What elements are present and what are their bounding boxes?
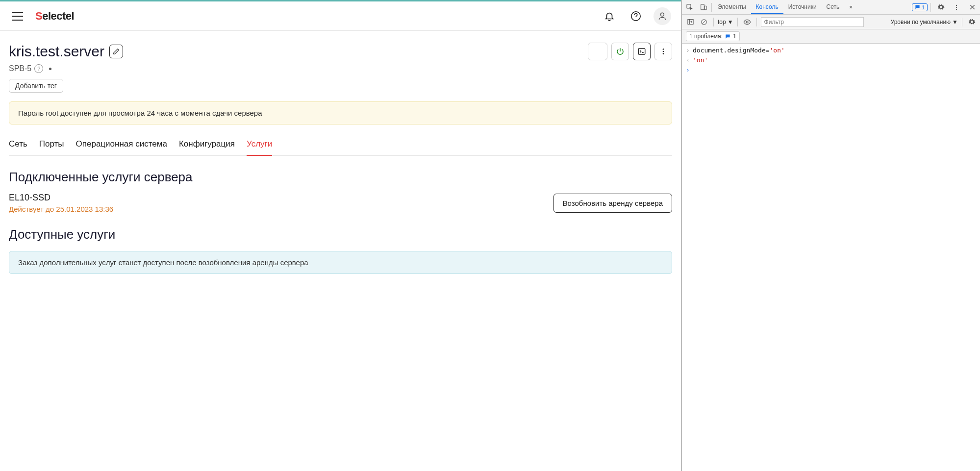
issues-badge[interactable]: 1 (912, 3, 928, 11)
svg-point-1 (661, 13, 664, 16)
context-value: top (718, 19, 726, 25)
live-expression-button[interactable] (742, 17, 753, 27)
svg-point-5 (663, 53, 664, 54)
power-icon (616, 47, 625, 56)
console-settings-button[interactable] (966, 17, 977, 27)
logo[interactable]: Selectel (35, 10, 74, 23)
console-output[interactable]: › document.designMode='on' ‹ 'on' › (682, 44, 980, 471)
console-input-code: document.designMode= (693, 47, 770, 54)
console-sidebar-toggle[interactable] (685, 17, 696, 27)
clear-console-button[interactable] (699, 17, 709, 27)
devtools-tab-network[interactable]: Сеть (822, 0, 845, 14)
add-tag-button[interactable]: Добавить тег (9, 79, 63, 93)
message-icon (725, 34, 730, 39)
log-levels-selector[interactable]: Уровни по умолчанию ▼ (891, 19, 958, 25)
renew-server-button[interactable]: Возобновить аренду сервера (553, 194, 672, 213)
chevron-down-icon: ▼ (728, 19, 733, 25)
status-button[interactable] (588, 43, 607, 60)
message-icon (915, 4, 920, 10)
status-dot-icon (49, 68, 51, 70)
prompt-arrow-icon: › (686, 66, 693, 74)
devtools-tab-sources[interactable]: Источники (783, 0, 822, 14)
devtools-tab-console[interactable]: Консоль (751, 0, 783, 14)
issues-count: 1 (922, 4, 925, 10)
location-label: SPB-5 (9, 64, 31, 73)
svg-rect-2 (638, 49, 645, 54)
terminal-icon (637, 47, 646, 56)
inspect-icon (686, 3, 694, 11)
more-button[interactable] (654, 43, 672, 60)
clear-icon (701, 19, 707, 25)
svg-point-14 (746, 21, 748, 23)
device-toggle-button[interactable] (697, 0, 710, 14)
power-button[interactable] (611, 43, 629, 60)
tab-network[interactable]: Сеть (9, 135, 27, 156)
devtools-close-button[interactable] (965, 0, 979, 14)
levels-label: Уровни по умолчанию (891, 19, 951, 25)
dots-vertical-icon (659, 48, 667, 55)
tab-ports[interactable]: Порты (39, 135, 64, 156)
available-services-info: Заказ дополнительных услуг станет доступ… (9, 251, 672, 274)
user-icon (657, 11, 667, 21)
device-icon (700, 3, 707, 11)
console-output-value: 'on' (693, 56, 708, 65)
console-button[interactable] (633, 43, 651, 60)
filter-input[interactable] (761, 17, 864, 27)
issues-bar[interactable]: 1 проблема: 1 (686, 31, 740, 41)
help-button[interactable] (627, 7, 645, 25)
connected-services-title: Подключенные услуги сервера (9, 170, 672, 185)
devtools-tab-more[interactable]: » (844, 0, 857, 14)
gear-icon (968, 18, 976, 25)
chevron-down-icon: ▼ (952, 19, 958, 25)
service-name: EL10-SSD (9, 193, 553, 203)
svg-rect-8 (704, 6, 706, 9)
svg-point-10 (956, 6, 957, 7)
dots-vertical-icon (953, 4, 960, 11)
svg-point-4 (663, 51, 664, 52)
devtools-tab-elements[interactable]: Элементы (713, 0, 751, 14)
logo-rest: electel (42, 10, 74, 23)
svg-point-9 (956, 4, 957, 5)
available-services-title: Доступные услуги (9, 227, 672, 242)
svg-point-3 (663, 49, 664, 50)
hamburger-icon (12, 12, 23, 21)
root-password-warning: Пароль root доступен для просмотра 24 ча… (9, 101, 672, 124)
account-button[interactable] (653, 7, 671, 25)
context-selector[interactable]: top ▼ (718, 19, 733, 25)
devtools-panel: Элементы Консоль Источники Сеть » 1 (681, 0, 980, 471)
tab-os[interactable]: Операционная система (76, 135, 167, 156)
eye-icon (743, 18, 751, 26)
output-arrow-icon: ‹ (686, 56, 693, 65)
tab-services[interactable]: Услуги (247, 135, 272, 156)
tab-config[interactable]: Конфигурация (179, 135, 235, 156)
svg-rect-7 (701, 4, 704, 10)
location-help-icon[interactable]: ? (34, 64, 43, 73)
devtools-menu-button[interactable] (950, 0, 963, 14)
tabs: Сеть Порты Операционная система Конфигур… (9, 135, 672, 156)
issues-bar-count: 1 (733, 33, 736, 40)
inspect-element-button[interactable] (683, 0, 697, 14)
edit-title-button[interactable] (109, 45, 123, 58)
help-icon (630, 11, 641, 22)
issues-text: 1 проблема: (689, 33, 723, 40)
notifications-button[interactable] (601, 7, 618, 25)
input-arrow-icon: › (686, 46, 693, 55)
close-icon (969, 4, 976, 10)
pencil-icon (113, 48, 120, 55)
logo-s: S (35, 10, 42, 23)
devtools-settings-button[interactable] (934, 0, 948, 14)
gear-icon (937, 3, 945, 11)
page-title: kris.test.server (9, 43, 104, 60)
app-header: Selectel (0, 1, 681, 31)
console-input-string: 'on' (770, 47, 785, 54)
bell-icon (604, 11, 615, 22)
sidebar-icon (687, 18, 694, 25)
svg-point-11 (956, 8, 957, 9)
menu-button[interactable] (10, 8, 25, 24)
service-expiration: Действует до 25.01.2023 13:36 (9, 205, 553, 213)
